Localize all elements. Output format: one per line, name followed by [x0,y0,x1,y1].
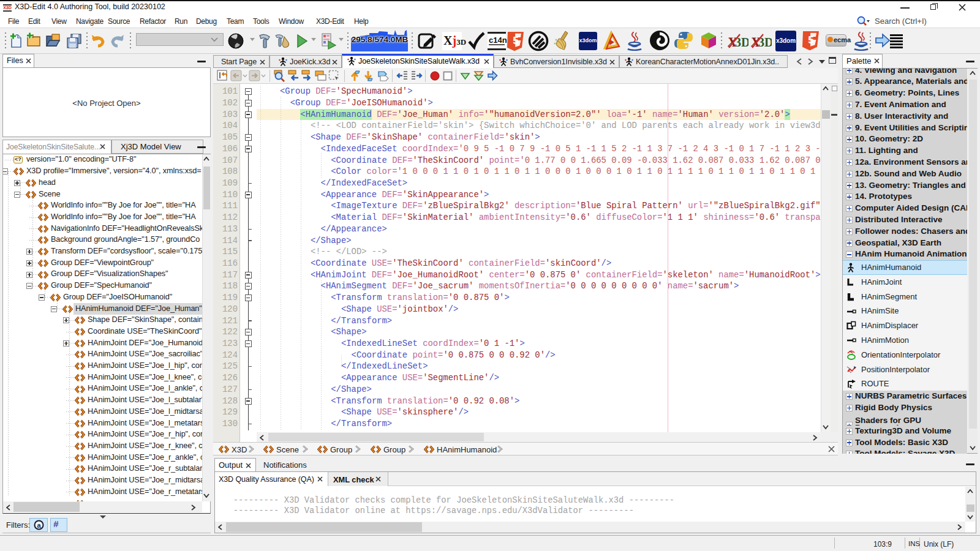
svg-text:5: 5 [513,34,519,47]
svg-text:a: a [37,522,41,529]
svg-text:5: 5 [808,34,814,46]
